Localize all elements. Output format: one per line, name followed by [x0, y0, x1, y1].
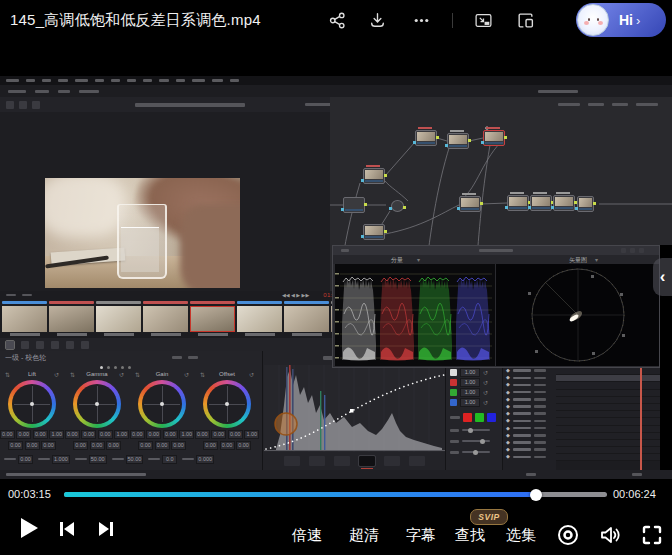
reset-icon[interactable]: ↺ [54, 371, 59, 378]
param-value[interactable]: 0.00 [18, 455, 33, 464]
palette-tab-wheels[interactable] [6, 341, 14, 349]
curves-plot[interactable] [264, 365, 445, 452]
wheel-value[interactable]: 0.00 [98, 430, 113, 439]
window-button[interactable] [621, 248, 626, 253]
reset-icon[interactable]: ↺ [184, 371, 189, 378]
wheel-value[interactable]: 0.00 [25, 441, 40, 450]
color-node-selected[interactable] [483, 130, 505, 146]
curve-tab[interactable] [334, 456, 350, 466]
keyframe-row[interactable]: ◆ [503, 417, 556, 424]
wheel-value[interactable]: 0.00 [146, 430, 161, 439]
curve-tab[interactable] [409, 456, 425, 466]
reset-icon[interactable]: ↺ [249, 371, 254, 378]
clip-thumbnail[interactable] [49, 306, 94, 332]
clip-thumbnail-selected[interactable] [190, 306, 235, 332]
green-channel-row[interactable]: 1.00↺ [450, 388, 488, 397]
wheel-value[interactable]: 0.00 [155, 441, 170, 450]
play-button[interactable] [14, 514, 42, 542]
scopes-title-bar[interactable] [333, 246, 659, 255]
keyframe-row[interactable]: ◆ [503, 410, 556, 417]
keyframe-row[interactable]: ◆ [503, 374, 556, 381]
progress-bar[interactable] [64, 492, 607, 497]
previous-button[interactable] [57, 519, 77, 539]
wheel-value[interactable]: 0.00 [41, 441, 56, 450]
target-record-icon[interactable] [556, 523, 580, 547]
wheel-value[interactable]: 0.00 [16, 430, 31, 439]
curve-slider-row[interactable] [450, 440, 490, 443]
color-node[interactable] [363, 224, 385, 240]
video-frame-resolve-ui[interactable]: ◀◀ ◀ ▶ ▶▶ 01:00:14:05 [0, 76, 672, 479]
pip-icon[interactable] [474, 11, 493, 30]
gain-color-wheel[interactable] [138, 380, 186, 428]
curve-slider-row[interactable] [450, 429, 490, 432]
episodes-button[interactable]: 选集 [506, 526, 536, 545]
color-node[interactable] [459, 196, 481, 212]
lift-color-wheel[interactable] [8, 380, 56, 428]
palette-tab-icon[interactable] [36, 341, 44, 349]
scopes-window[interactable]: 分量 ▾ 矢量图 ▾ [332, 245, 660, 368]
wheel-value[interactable]: 0.00 [73, 441, 88, 450]
gamma-color-wheel[interactable] [73, 380, 121, 428]
clip-thumbnail[interactable] [237, 306, 282, 332]
search-button[interactable]: 查找 [455, 526, 485, 545]
wheel-value[interactable]: 0.00 [0, 430, 15, 439]
mixer-node[interactable] [391, 200, 404, 212]
keyframe-row[interactable]: ◆ [503, 367, 556, 374]
wheel-value[interactable]: 0.00 [220, 441, 235, 450]
reset-icon[interactable]: ↺ [119, 371, 124, 378]
palette-tab-icon[interactable] [66, 341, 74, 349]
keyframe-row[interactable]: ◆ [503, 439, 556, 446]
more-icon[interactable] [412, 11, 431, 30]
keyframe-row[interactable]: ◆ [503, 453, 556, 460]
color-node[interactable] [363, 168, 385, 184]
curve-tab-active[interactable] [359, 456, 375, 466]
timeline-playhead[interactable] [640, 351, 642, 470]
quality-button[interactable]: 超清 [349, 526, 379, 545]
mini-player-icon[interactable] [516, 11, 535, 30]
keyframe-row[interactable]: ◆ [503, 389, 556, 396]
wheel-value[interactable]: 0.00 [81, 430, 96, 439]
wheel-value[interactable]: 0.00 [8, 441, 23, 450]
red-channel-row[interactable]: 1.00↺ [450, 378, 488, 387]
wheel-value[interactable]: 0.00 [228, 430, 243, 439]
keyframe-row[interactable]: ◆ [503, 446, 556, 453]
next-frame-button[interactable] [96, 519, 116, 539]
progress-handle[interactable] [530, 489, 542, 501]
wheel-value[interactable]: 0.00 [65, 430, 80, 439]
color-node[interactable] [343, 197, 365, 213]
wheel-value[interactable]: 0.00 [138, 441, 153, 450]
viewer-tool-icon[interactable] [32, 101, 40, 109]
rgb-swatch-row[interactable] [450, 413, 496, 422]
blue-channel-row[interactable]: 1.00↺ [450, 398, 488, 407]
clip-thumbnail[interactable] [143, 306, 188, 332]
viewer-tool-icon[interactable] [19, 101, 27, 109]
wheel-value[interactable]: 1.00 [244, 430, 259, 439]
curve-slider-row[interactable] [450, 451, 490, 454]
fullscreen-icon[interactable] [641, 524, 663, 546]
curve-tab[interactable] [384, 456, 400, 466]
transport-controls[interactable]: ◀◀ ◀ ▶ ▶▶ [282, 292, 309, 298]
wheel-value[interactable]: 1.00 [179, 430, 194, 439]
wheel-value[interactable]: 0.00 [163, 430, 178, 439]
keyframe-row[interactable]: ◆ [503, 432, 556, 439]
offset-color-wheel[interactable] [203, 380, 251, 428]
luma-channel-row[interactable]: 1.00↺ [450, 368, 488, 377]
clip-thumbnail[interactable] [284, 306, 329, 332]
color-node[interactable] [507, 195, 529, 211]
wheel-value[interactable]: 0.00 [90, 441, 105, 450]
curve-tab[interactable] [309, 456, 325, 466]
viewer-tool-icon[interactable] [6, 101, 14, 109]
param-value[interactable]: 0.000 [196, 455, 214, 464]
user-account-button[interactable]: Hi › [576, 3, 666, 37]
wheel-value[interactable]: 0.00 [211, 430, 226, 439]
wheel-value[interactable]: 1.00 [114, 430, 129, 439]
wheel-value[interactable]: 0.00 [171, 441, 186, 450]
wheel-value[interactable]: 1.00 [49, 430, 64, 439]
wheel-value[interactable]: 0.00 [195, 430, 210, 439]
wheel-page-dots[interactable] [100, 366, 131, 369]
color-node[interactable] [415, 130, 437, 146]
color-node[interactable] [577, 196, 594, 212]
clip-thumbnail[interactable] [96, 306, 141, 332]
palette-tab-icon[interactable] [51, 341, 59, 349]
param-value[interactable]: 50.00 [126, 455, 144, 464]
